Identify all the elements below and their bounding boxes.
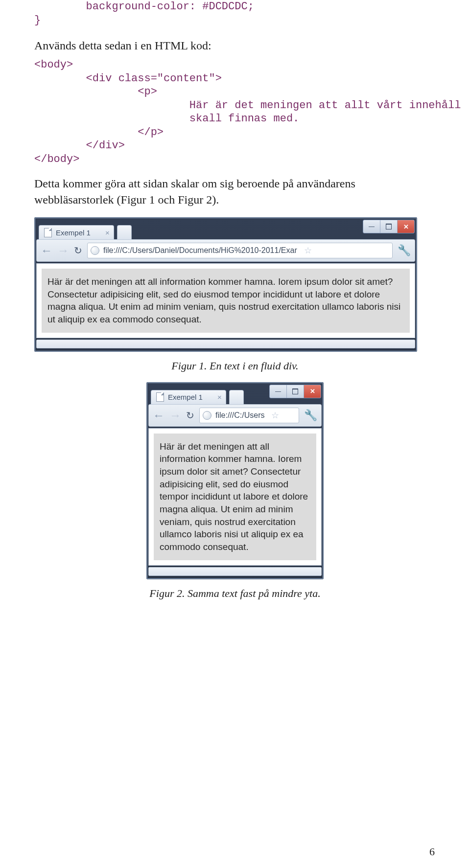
- figure-2-browser: — ✕ Exempel 1 × ← → ↻ file:///C:/Users ☆…: [146, 382, 324, 579]
- maximize-button[interactable]: [287, 385, 304, 398]
- paragraph: Används detta sedan i en HTML kod:: [34, 38, 436, 53]
- paragraph: Detta kommer göra att sidan skalar om si…: [34, 176, 436, 207]
- address-bar[interactable]: file:///C:/Users ☆: [199, 408, 299, 423]
- figure-1-browser: — ✕ Exempel 1 × ← → ↻ file:///C:/Users/D…: [34, 217, 417, 352]
- window-controls: — ✕: [269, 385, 321, 398]
- code-line: }: [34, 14, 436, 27]
- tab-close-icon[interactable]: ×: [105, 228, 110, 237]
- browser-tab[interactable]: Exempel 1 ×: [151, 390, 226, 404]
- close-button[interactable]: ✕: [398, 220, 414, 233]
- figure-2-caption: Figur 2. Samma text fast på mindre yta.: [34, 587, 436, 600]
- status-bar: [36, 340, 415, 348]
- minimize-icon: —: [275, 388, 281, 395]
- code-line: <p>: [34, 85, 436, 99]
- minimize-icon: —: [369, 223, 375, 230]
- reload-button[interactable]: ↻: [186, 410, 194, 421]
- content-text: Här är det meningen att all information …: [154, 434, 316, 560]
- minimize-button[interactable]: —: [270, 385, 287, 398]
- bookmark-star-icon[interactable]: ☆: [271, 410, 279, 421]
- close-button[interactable]: ✕: [304, 385, 321, 398]
- address-bar[interactable]: file:///C:/Users/Daniel/Documents/HiG%20…: [87, 243, 393, 258]
- url-text: file:///C:/Users: [215, 411, 264, 420]
- tab-title: Exempel 1: [56, 228, 91, 237]
- reload-button[interactable]: ↻: [74, 245, 82, 256]
- minimize-button[interactable]: —: [363, 220, 380, 233]
- window-controls: — ✕: [363, 220, 415, 233]
- page-icon: [156, 392, 164, 402]
- toolbar: ← → ↻ file:///C:/Users/Daniel/Documents/…: [36, 239, 415, 262]
- page-viewport: Här är det meningen att all information …: [148, 428, 322, 566]
- maximize-button[interactable]: [380, 220, 398, 233]
- code-line: background-color: #DCDCDC;: [34, 0, 436, 14]
- wrench-icon[interactable]: 🔧: [398, 244, 411, 257]
- status-bar: [148, 567, 322, 576]
- maximize-icon: [292, 388, 298, 394]
- globe-icon: [203, 411, 212, 420]
- page-icon: [44, 228, 52, 237]
- browser-tab[interactable]: Exempel 1 ×: [39, 225, 114, 239]
- toolbar: ← → ↻ file:///C:/Users ☆ 🔧: [148, 404, 322, 427]
- bookmark-star-icon[interactable]: ☆: [304, 245, 312, 256]
- tab-strip: Exempel 1 ×: [35, 218, 417, 239]
- forward-button[interactable]: →: [57, 245, 69, 256]
- url-text: file:///C:/Users/Daniel/Documents/HiG%20…: [103, 246, 297, 255]
- code-line: </body>: [34, 153, 436, 166]
- code-line: Här är det meningen att allt vårt innehå…: [34, 99, 436, 113]
- code-line: <body>: [34, 58, 436, 72]
- content-text: Här är det meningen att all information …: [42, 269, 410, 333]
- globe-icon: [91, 246, 99, 255]
- code-line: </p>: [34, 126, 436, 139]
- tab-title: Exempel 1: [168, 393, 203, 401]
- code-line: <div class="content">: [34, 72, 436, 86]
- wrench-icon[interactable]: 🔧: [304, 409, 317, 422]
- forward-button[interactable]: →: [169, 410, 181, 421]
- new-tab-button[interactable]: [229, 390, 244, 404]
- page-viewport: Här är det meningen att all information …: [36, 263, 415, 338]
- maximize-icon: [386, 224, 392, 229]
- code-line: skall finnas med.: [34, 112, 436, 126]
- close-icon: ✕: [310, 388, 315, 395]
- back-button[interactable]: ←: [153, 410, 164, 421]
- code-line: </div>: [34, 139, 436, 153]
- tab-close-icon[interactable]: ×: [217, 393, 222, 401]
- figure-1-caption: Figur 1. En text i en fluid div.: [34, 360, 436, 372]
- close-icon: ✕: [403, 223, 409, 230]
- new-tab-button[interactable]: [117, 225, 132, 239]
- back-button[interactable]: ←: [41, 245, 52, 256]
